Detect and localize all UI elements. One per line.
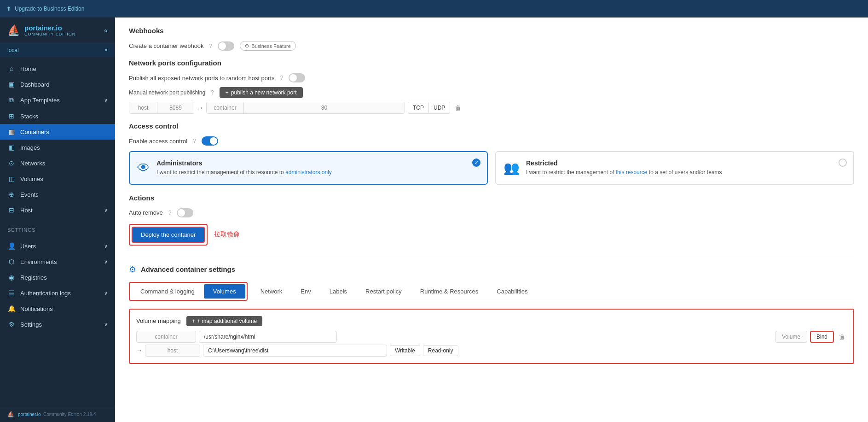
- chevron-down-icon: ∨: [104, 322, 108, 328]
- sidebar-logo: ⛵ portainer.io COMMUNITY EDITION «: [0, 18, 115, 43]
- publish-new-port-button[interactable]: + publish a new network port: [220, 87, 303, 98]
- bind-button[interactable]: Bind: [810, 331, 834, 343]
- nav-section: ⌂ Home ▣ Dashboard ⧉ App Templates ∨ ⊞ S…: [0, 57, 115, 222]
- top-bar[interactable]: ⬆ Upgrade to Business Edition: [0, 0, 868, 18]
- access-control-toggle[interactable]: [202, 136, 218, 146]
- sidebar-item-users[interactable]: 👤 Users ∨: [0, 238, 115, 254]
- section-divider: [129, 255, 854, 255]
- sidebar-item-host[interactable]: ⊟ Host ∨: [0, 202, 115, 218]
- tab-network[interactable]: Network: [251, 284, 292, 299]
- networks-icon: ⊙: [7, 159, 16, 167]
- settings-icon: ⚙: [7, 321, 16, 328]
- sidebar-item-label: Containers: [20, 129, 49, 135]
- logo-sub: COMMUNITY EDITION: [24, 32, 75, 36]
- webhook-toggle[interactable]: [218, 41, 234, 51]
- sidebar-item-label: Volumes: [20, 176, 43, 182]
- administrators-content: Administrators I want to restrict the ma…: [156, 159, 332, 176]
- access-help-icon[interactable]: ?: [193, 138, 196, 144]
- map-additional-volume-button[interactable]: + + map additional volume: [186, 316, 262, 326]
- webhooks-title: Webhooks: [129, 27, 854, 35]
- sidebar-item-networks[interactable]: ⊙ Networks: [0, 155, 115, 171]
- enable-access-label: Enable access control: [129, 138, 187, 145]
- containers-icon: ▦: [7, 128, 16, 135]
- host-volume-label[interactable]: [145, 345, 200, 357]
- delete-port-button[interactable]: 🗑: [453, 102, 463, 113]
- footer-text: portainer.io Community Edition 2.19.4: [18, 412, 96, 417]
- auto-remove-row: Auto remove ?: [129, 208, 854, 217]
- chevron-down-icon: ∨: [104, 97, 108, 103]
- sidebar-item-home[interactable]: ⌂ Home: [0, 61, 115, 76]
- administrators-card[interactable]: 👁 Administrators I want to restrict the …: [129, 151, 488, 185]
- tcp-button[interactable]: TCP: [408, 102, 429, 114]
- sidebar-item-label: App Templates: [20, 97, 60, 104]
- notifications-icon: 🔔: [7, 305, 16, 312]
- sidebar-item-stacks[interactable]: ⊞ Stacks: [0, 108, 115, 124]
- environments-icon: ⬡: [7, 258, 16, 265]
- administrators-title: Administrators: [156, 159, 332, 167]
- sidebar-item-app-templates[interactable]: ⧉ App Templates ∨: [0, 92, 115, 108]
- tab-labels[interactable]: Labels: [320, 284, 356, 299]
- volume-type-input[interactable]: [775, 331, 807, 343]
- sidebar-item-notifications[interactable]: 🔔 Notifications: [0, 301, 115, 316]
- env-header: local ×: [0, 43, 115, 57]
- sidebar-item-settings[interactable]: ⚙ Settings ∨: [0, 316, 115, 332]
- auto-remove-toggle[interactable]: [177, 208, 193, 217]
- sidebar-item-dashboard[interactable]: ▣ Dashboard: [0, 76, 115, 92]
- tab-volumes[interactable]: Volumes: [204, 284, 245, 299]
- actions-title: Actions: [129, 194, 854, 202]
- publish-btn-label: publish a new network port: [231, 89, 297, 96]
- tab-restart-policy[interactable]: Restart policy: [356, 284, 411, 299]
- host-label-input[interactable]: [129, 102, 157, 113]
- restricted-radio[interactable]: [839, 158, 847, 167]
- chevron-down-icon: ∨: [104, 243, 108, 249]
- container-container: [206, 102, 405, 114]
- sidebar-item-volumes[interactable]: ◫ Volumes: [0, 171, 115, 187]
- env-close-button[interactable]: ×: [104, 47, 108, 53]
- container-label-input[interactable]: [207, 102, 243, 113]
- container-port-input[interactable]: [243, 102, 405, 113]
- manual-port-label: Manual network port publishing: [129, 89, 205, 96]
- udp-button[interactable]: UDP: [429, 102, 450, 114]
- writable-button[interactable]: Writable: [390, 345, 420, 356]
- manual-port-help-icon[interactable]: ?: [211, 89, 214, 96]
- container-volume-label[interactable]: [136, 331, 196, 343]
- auto-remove-help-icon[interactable]: ?: [168, 210, 172, 216]
- sidebar-footer: ⛵ portainer.io Community Edition 2.19.4: [0, 406, 115, 422]
- volume-mapping-section: Volume mapping + + map additional volume…: [129, 309, 854, 364]
- logo-text: portainer.io: [24, 24, 75, 32]
- logo-icon: ⛵: [7, 24, 20, 36]
- sidebar-item-environments[interactable]: ⬡ Environments ∨: [0, 254, 115, 270]
- deploy-row: Deploy the container 拉取镜像: [129, 224, 854, 246]
- env-name: local: [7, 47, 19, 53]
- auto-remove-label: Auto remove: [129, 209, 163, 216]
- port-mapping-row: → TCP UDP 🗑: [129, 102, 854, 114]
- footer-edition: Community Edition 2.19.4: [43, 412, 96, 417]
- delete-volume-button[interactable]: 🗑: [837, 331, 847, 342]
- sidebar-item-images[interactable]: ◧ Images: [0, 140, 115, 155]
- sidebar-item-containers[interactable]: ▦ Containers: [0, 124, 115, 140]
- tab-env[interactable]: Env: [291, 284, 320, 299]
- advanced-section: ⚙ Advanced container settings Command & …: [129, 264, 854, 364]
- host-volume-path-input[interactable]: [203, 345, 387, 357]
- publish-all-toggle[interactable]: [289, 73, 305, 82]
- sidebar-item-auth-logs[interactable]: ☰ Authentication logs ∨: [0, 285, 115, 301]
- tab-runtime-resources[interactable]: Runtime & Resources: [411, 284, 487, 299]
- administrators-radio[interactable]: [472, 158, 480, 167]
- restricted-icon: 👥: [503, 160, 520, 176]
- publish-all-help-icon[interactable]: ?: [280, 75, 284, 81]
- advanced-header: ⚙ Advanced container settings: [129, 264, 854, 275]
- sidebar-item-label: Stacks: [20, 113, 38, 120]
- deploy-container-button[interactable]: Deploy the container: [132, 227, 205, 243]
- sidebar-item-events[interactable]: ⊕ Events: [0, 187, 115, 202]
- restricted-card[interactable]: 👥 Restricted I want to restrict the mana…: [495, 151, 854, 185]
- tab-capabilities[interactable]: Capabilities: [487, 284, 537, 299]
- container-volume-path-input[interactable]: [199, 331, 337, 343]
- webhook-help-icon[interactable]: ?: [209, 43, 213, 49]
- host-port-input[interactable]: [157, 102, 194, 113]
- sidebar-collapse-button[interactable]: «: [104, 27, 108, 34]
- volume-container-row: Bind 🗑: [136, 331, 847, 343]
- network-ports-title: Network ports configuration: [129, 59, 854, 67]
- sidebar-item-registries[interactable]: ◉ Registries: [0, 270, 115, 285]
- readonly-button[interactable]: Read-only: [423, 345, 458, 356]
- tab-command-logging[interactable]: Command & logging: [131, 284, 204, 299]
